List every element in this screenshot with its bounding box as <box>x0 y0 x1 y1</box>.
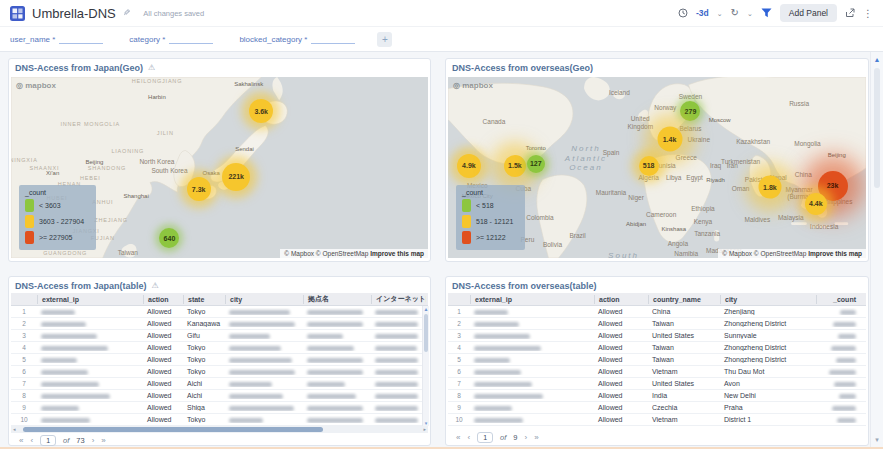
redacted-value <box>307 382 345 387</box>
refresh-chevron-down-icon[interactable]: ⌄ <box>747 10 753 17</box>
page-last-button[interactable]: » <box>101 437 105 445</box>
map-cluster[interactable]: 1.5k <box>504 155 526 177</box>
refresh-icon[interactable]: ↻ <box>731 8 739 18</box>
page-number-input[interactable]: 1 <box>40 435 56 446</box>
improve-map-link[interactable]: Improve this map <box>370 250 424 257</box>
warning-icon[interactable]: ⚠ <box>152 282 159 290</box>
redacted-value <box>474 406 512 411</box>
overseas-map[interactable]: ◎ mapbox _count < 518518 - 12121>= 12122… <box>448 77 866 258</box>
map-cluster[interactable]: 640 <box>159 228 179 248</box>
redacted-value <box>836 358 856 363</box>
options-menu-icon[interactable]: ⋮ <box>863 8 873 19</box>
scroll-up-icon[interactable]: ▲ <box>423 306 429 312</box>
panel-title[interactable]: DNS-Access from overseas(Geo) <box>452 63 593 73</box>
filter-field-input[interactable] <box>169 34 213 44</box>
time-clock-icon[interactable] <box>678 8 688 18</box>
filter-field: user_name * <box>10 34 103 44</box>
attribution-text[interactable]: © Mapbox © OpenStreetMap <box>284 250 370 257</box>
column-header-country_name[interactable]: country_name <box>648 295 720 304</box>
redacted-value <box>229 310 290 315</box>
share-icon[interactable] <box>845 8 855 18</box>
column-header-action[interactable]: action <box>143 295 183 304</box>
add-filter-button[interactable]: + <box>377 32 392 47</box>
cell-country_name: Vietnam <box>648 416 720 423</box>
cell-action: Allowed <box>143 416 183 423</box>
legend-item: 518 - 12121 <box>462 215 513 228</box>
column-header-city[interactable]: city <box>720 295 816 304</box>
map-cluster[interactable]: 4.4k <box>805 193 827 215</box>
cluster-count: 640 <box>164 235 176 242</box>
page-scrollbar-thumb[interactable] <box>874 68 880 188</box>
redacted-value <box>474 346 541 351</box>
pagination: «‹1of9›» <box>446 430 868 445</box>
japan-map[interactable]: ◎ mapbox _count < 36033603 - 227904>= 22… <box>11 77 428 258</box>
panel-title[interactable]: DNS-Access from Japan(Geo) <box>15 63 143 73</box>
page-next-button[interactable]: › <box>92 437 95 445</box>
column-header-action[interactable]: action <box>594 295 648 304</box>
panel-title[interactable]: DNS-Access from Japan(table) <box>15 281 147 291</box>
horizontal-scrollbar[interactable]: ◂ ▸ <box>11 426 428 433</box>
column-header-city[interactable]: city <box>225 295 303 304</box>
column-header-external_ip[interactable]: external_ip <box>37 295 143 304</box>
column-header-external_ip[interactable]: external_ip <box>470 295 594 304</box>
map-cluster[interactable]: 3.6k <box>249 99 273 123</box>
page-last-button[interactable]: » <box>534 434 538 442</box>
table-row: 10AllowedVietnamDistrict 1 <box>448 414 866 426</box>
filter-field-input[interactable] <box>311 34 355 44</box>
cell-_count <box>816 308 860 315</box>
redacted-value <box>307 418 363 423</box>
mapbox-logo[interactable]: ◎ mapbox <box>16 81 56 90</box>
vertical-scrollbar[interactable]: ▲ ▾ <box>422 306 429 426</box>
cell-_count <box>816 368 860 375</box>
column-header-拠点名[interactable]: 拠点名 <box>303 295 371 304</box>
redacted-value <box>474 334 530 339</box>
map-cluster[interactable]: 518 <box>639 156 659 176</box>
cell-インターネット回線サービス( <box>371 416 426 423</box>
map-cluster[interactable]: 127 <box>527 155 545 173</box>
page-scrollbar[interactable]: ▲ ▾ <box>870 52 883 447</box>
page-scroll-down-icon[interactable]: ▾ <box>871 436 883 444</box>
cell-_count <box>816 392 860 399</box>
page-next-button[interactable]: › <box>524 434 527 442</box>
column-header-インターネット回線サービス([interactable]: インターネット回線サービス( <box>371 295 426 304</box>
warning-icon[interactable]: ⚠ <box>148 64 155 72</box>
page-prev-button[interactable]: ‹ <box>467 434 470 442</box>
panel-title[interactable]: DNS-Access from overseas(table) <box>452 281 597 291</box>
column-header-state[interactable]: state <box>183 295 225 304</box>
edit-pencil-icon[interactable]: ✎ <box>123 8 131 18</box>
cell-インターネット回線サービス( <box>371 368 426 375</box>
improve-map-link[interactable]: Improve this map <box>808 250 862 257</box>
cell-action: Allowed <box>594 368 648 375</box>
scrollbar-thumb[interactable] <box>23 427 323 432</box>
filter-funnel-icon[interactable] <box>761 8 772 18</box>
scroll-left-icon[interactable]: ◂ <box>13 427 16 432</box>
page-prev-button[interactable]: ‹ <box>30 437 33 445</box>
attribution-text[interactable]: © Mapbox © OpenStreetMap <box>722 250 808 257</box>
cell-city <box>225 332 303 339</box>
page-first-button[interactable]: « <box>456 434 460 442</box>
cell-state: Tokyo <box>183 368 225 375</box>
map-cluster[interactable]: 221k <box>222 163 250 191</box>
column-header-_count[interactable]: _count <box>816 295 860 304</box>
time-chevron-down-icon[interactable]: ⌄ <box>717 10 723 17</box>
time-range-value[interactable]: -3d <box>696 8 709 18</box>
map-cluster[interactable]: 4.9k <box>457 154 481 178</box>
page-number-input[interactable]: 1 <box>477 432 493 443</box>
map-cluster[interactable]: 1.8k <box>758 176 781 199</box>
add-panel-button[interactable]: Add Panel <box>780 4 837 22</box>
scrollbar-thumb[interactable] <box>424 314 428 352</box>
scroll-right-icon[interactable]: ▸ <box>423 427 426 432</box>
map-cluster[interactable]: 1.4k <box>657 126 682 151</box>
dashboard-app-icon[interactable] <box>10 6 25 21</box>
map-cluster[interactable]: 279 <box>680 101 700 121</box>
table-row: 10AllowedTokyo <box>11 414 428 426</box>
cell-city <box>225 416 303 423</box>
map-cluster[interactable]: 7.3k <box>187 177 211 201</box>
page-scroll-up-icon[interactable]: ▲ <box>871 56 883 64</box>
scroll-down-icon[interactable]: ▾ <box>423 420 429 426</box>
page-first-button[interactable]: « <box>19 437 23 445</box>
cell-external_ip <box>470 368 594 375</box>
filter-field-input[interactable] <box>59 34 103 44</box>
mapbox-logo[interactable]: ◎ mapbox <box>453 81 493 90</box>
column-header-label: country_name <box>653 296 701 303</box>
